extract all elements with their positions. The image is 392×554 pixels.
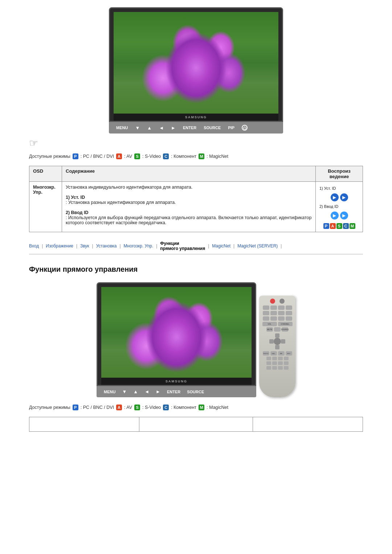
down-arrow-btn[interactable]: ▼ [135, 125, 140, 131]
right-arrow-btn-2[interactable]: ► [156, 389, 160, 394]
remote-ch-btn[interactable]: CHANNEL [278, 322, 293, 326]
source-btn-2[interactable]: SOURCE [187, 390, 204, 394]
remote-row-vol: VOL CHANNEL [262, 322, 293, 326]
pascm-c: C [343, 223, 349, 229]
up-arrow-btn-2[interactable]: ▲ [133, 389, 138, 394]
circle-btn-2b: ▶ [340, 212, 348, 219]
remote-btn-2[interactable] [270, 305, 277, 310]
nav-sep-2: | [76, 243, 77, 249]
badge-p-1: P [73, 153, 78, 159]
remote-num-11[interactable] [278, 366, 283, 370]
remote-vol-btn[interactable]: VOL [262, 322, 277, 326]
left-arrow-btn[interactable]: ◄ [159, 125, 164, 131]
content-text2: : Установка разных идентификаторов для а… [66, 200, 176, 205]
remote-num-5[interactable] [266, 361, 271, 365]
source-btn[interactable]: SOURCE [204, 126, 221, 130]
nav-sep-7: | [233, 243, 234, 249]
nav-item-magicnet-server[interactable]: MagicNet (SERVER) [237, 243, 278, 249]
remote-num-7[interactable] [278, 361, 283, 365]
content-text1: Установка индивидуального идентификатора… [66, 185, 192, 190]
remote-on-btn[interactable] [270, 299, 275, 304]
menu-btn-2[interactable]: MENU [104, 390, 115, 394]
remote-func4[interactable]: MTS [286, 351, 292, 356]
remote-num-2[interactable] [272, 357, 277, 360]
down-arrow-btn-2[interactable]: ▼ [122, 389, 127, 394]
dpad-center[interactable] [274, 338, 281, 345]
modes-m-label-2: : MagicNet [207, 405, 228, 410]
nav-item-magicnet[interactable]: MagicNet [212, 243, 230, 249]
badge-s-2: S [134, 405, 140, 410]
remote-off-btn[interactable] [279, 299, 285, 304]
modes-prefix-2: Доступные режимы [29, 405, 70, 410]
remote-num-6[interactable] [272, 361, 277, 365]
modes-c-label-1: : Компонент [171, 154, 196, 159]
dpad-up[interactable] [275, 333, 279, 338]
power-btn[interactable]: ⏻ [242, 125, 248, 131]
remote-row-mute: MUTE SOURCE [266, 327, 288, 332]
nav-sep-3: | [92, 243, 93, 249]
monitor2-bottom-bar: SAMSUNG [101, 378, 252, 385]
remote-btn-1[interactable] [263, 305, 269, 310]
remote-mute2-btn[interactable] [274, 327, 281, 332]
remote-row-3 [263, 316, 292, 321]
pascm-s: S [336, 223, 342, 229]
pascm-badges: P A S C M [323, 223, 355, 229]
modes-a-label-1: : AV [124, 154, 132, 159]
left-arrow-btn-2[interactable]: ◄ [144, 389, 149, 394]
enter-btn[interactable]: ENTER [183, 126, 196, 130]
up-arrow-btn[interactable]: ▲ [147, 125, 152, 131]
badge-c-2: C [163, 405, 169, 410]
right-arrow-btn[interactable]: ► [171, 125, 176, 131]
badge-a-1: A [116, 153, 122, 159]
dpad-down[interactable] [275, 345, 279, 349]
remote-num-1[interactable] [266, 357, 271, 360]
modes-p-label-2: : PC / BNC / DVI [81, 405, 114, 410]
remote-src-btn[interactable]: SOURCE [282, 327, 288, 332]
remote-btn-3[interactable] [278, 305, 285, 310]
dpad-left[interactable] [269, 339, 274, 344]
modes-m-label-1: : MagicNet [207, 154, 228, 159]
pip-btn[interactable]: PIP [228, 126, 234, 130]
remote-dpad [269, 333, 285, 349]
remote-btn-8[interactable] [286, 311, 292, 315]
flower-image-2 [101, 287, 252, 378]
remote-mute-btn[interactable]: MUTE [266, 327, 273, 332]
badge-a-2: A [116, 405, 122, 410]
badge-m-2: M [199, 405, 204, 410]
remote-btn-9[interactable] [263, 316, 269, 321]
nav-item-funkcii[interactable]: Функциипрямого управления [160, 241, 205, 251]
remote-btn-6[interactable] [270, 311, 277, 315]
badge-c-1: C [163, 153, 169, 159]
remote-btn-11[interactable] [278, 316, 285, 321]
remote-func1[interactable]: PHOTO [263, 351, 269, 356]
remote-num-9[interactable] [266, 366, 271, 370]
remote-num-10[interactable] [272, 366, 277, 370]
modes-line-2: Доступные режимы P : PC / BNC / DVI A : … [29, 405, 363, 410]
remote-on-off [270, 299, 285, 304]
remote-control: VOL CHANNEL MUTE SOURCE PHOTO [259, 296, 295, 397]
remote-btn-5[interactable] [263, 311, 269, 315]
remote-btn-7[interactable] [278, 311, 285, 315]
remote-func2[interactable]: CALL [270, 351, 277, 356]
remote-num-8[interactable] [284, 361, 289, 365]
remote-btn-4[interactable] [286, 305, 292, 310]
bottom-table [29, 417, 363, 432]
dpad-right[interactable] [281, 339, 285, 344]
remote-num-4[interactable] [284, 357, 289, 360]
remote-btn-12[interactable] [286, 316, 292, 321]
remote-btn-10[interactable] [270, 316, 277, 321]
remote-row-1 [263, 305, 292, 310]
remote-func3[interactable]: MR [278, 351, 285, 356]
nav-sep-5: | [156, 243, 157, 249]
nav-item-zvuk[interactable]: Звук [80, 243, 89, 249]
remote-num-3[interactable] [278, 357, 283, 360]
remote-row-func: PHOTO CALL MR MTS [263, 351, 292, 356]
menu-btn[interactable]: MENU [116, 126, 128, 130]
nav-item-izobr[interactable]: Изображение [46, 243, 73, 249]
nav-item-mnogokr[interactable]: Многозкр. Упр. [124, 243, 154, 249]
enter-btn-2[interactable]: ENTER [167, 390, 180, 394]
nav-sep-4: | [119, 243, 121, 249]
remote-num-12[interactable] [284, 366, 289, 370]
nav-item-ustanovka[interactable]: Установка [96, 243, 117, 249]
nav-item-vhod[interactable]: Вход [29, 243, 39, 249]
